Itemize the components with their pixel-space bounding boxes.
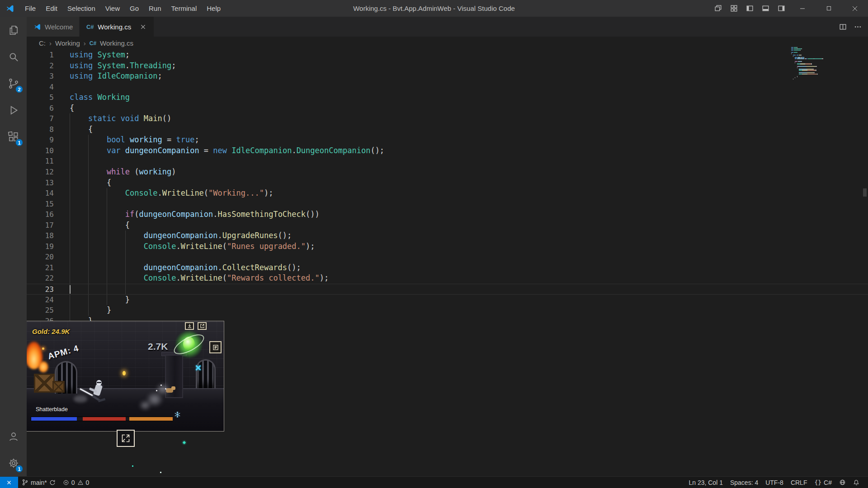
pip-save-button[interactable] xyxy=(185,322,194,330)
close-tab-button[interactable] xyxy=(138,22,147,31)
menu-edit[interactable]: Edit xyxy=(41,0,62,17)
breadcrumb-folder[interactable]: Working xyxy=(55,39,80,47)
code-line[interactable]: 13 { xyxy=(27,178,868,188)
indent-guide xyxy=(70,305,70,316)
line-number: 19 xyxy=(27,241,54,252)
breadcrumb-drive[interactable]: C: xyxy=(39,39,46,47)
bone-particle xyxy=(156,390,157,391)
line-text: } xyxy=(54,295,868,305)
minimize-button[interactable] xyxy=(789,0,816,17)
code-line[interactable]: 5class Working xyxy=(27,92,868,103)
line-text: Console.WriteLine("Rewards collected."); xyxy=(54,273,868,284)
activity-explorer[interactable] xyxy=(0,17,27,43)
activity-settings[interactable]: 1 xyxy=(0,450,27,476)
menu-view[interactable]: View xyxy=(100,0,125,17)
indent-guide xyxy=(70,199,70,210)
feedback-status[interactable] xyxy=(835,477,849,488)
menu-go[interactable]: Go xyxy=(125,0,144,17)
language-mode[interactable]: {} C# xyxy=(811,477,835,488)
indent-guide xyxy=(70,241,70,252)
code-line[interactable]: 4 xyxy=(27,82,868,93)
tabbar-actions xyxy=(839,17,868,37)
code-line[interactable]: 3using IdleCompanion; xyxy=(27,71,868,82)
problems-status[interactable]: 0 0 xyxy=(59,477,93,488)
indent-guide xyxy=(88,230,89,241)
code-line[interactable]: 7 static void Main() xyxy=(27,113,868,124)
indent-guide xyxy=(107,230,107,241)
indent-guide xyxy=(70,263,70,273)
indent-guide xyxy=(107,241,107,252)
sparkle-particle xyxy=(160,472,161,473)
code-line[interactable]: 8 { xyxy=(27,124,868,135)
code-line[interactable]: 11 xyxy=(27,156,868,167)
maximize-button[interactable] xyxy=(816,0,842,17)
tab-working-cs[interactable]: C#Working.cs xyxy=(80,17,154,37)
line-text: var dungeonCompanion = new IdleCompanion… xyxy=(54,145,868,156)
game-overlay[interactable]: 2.7K Gold: 24.9K APM: 4 xyxy=(26,321,224,432)
notifications-status[interactable] xyxy=(849,477,863,488)
activity-search[interactable] xyxy=(0,43,27,70)
code-line[interactable]: 1using System; xyxy=(27,50,868,61)
cursor-position[interactable]: Ln 23, Col 1 xyxy=(685,477,726,488)
indent-guide xyxy=(125,284,126,294)
indentation-status[interactable]: Spaces: 4 xyxy=(726,477,762,488)
vscode-logo-icon[interactable] xyxy=(0,0,20,17)
minimap[interactable] xyxy=(791,47,825,80)
code-line[interactable]: 18 dungeonCompanion.UpgradeRunes(); xyxy=(27,230,868,241)
code-line[interactable]: 24 } xyxy=(27,295,868,305)
encoding-status[interactable]: UTF-8 xyxy=(762,477,787,488)
menu-run[interactable]: Run xyxy=(144,0,166,17)
breadcrumb-file[interactable]: Working.cs xyxy=(100,39,133,47)
errors-icon xyxy=(63,479,69,486)
indent-guide xyxy=(107,252,107,263)
code-line[interactable]: 14 Console.WriteLine("Working..."); xyxy=(27,188,868,199)
notes-button[interactable] xyxy=(209,341,222,353)
code-line[interactable]: 20 xyxy=(27,252,868,263)
toggle-secondary-sidebar-icon[interactable] xyxy=(774,0,789,17)
menu-file[interactable]: File xyxy=(20,0,41,17)
toggle-panel-icon[interactable] xyxy=(758,0,774,17)
eol-status[interactable]: CRLF xyxy=(787,477,811,488)
code-line[interactable]: 6{ xyxy=(27,103,868,114)
health-segment xyxy=(83,417,126,421)
line-number: 11 xyxy=(27,156,54,167)
csharp-file-icon: C# xyxy=(90,40,96,47)
menu-terminal[interactable]: Terminal xyxy=(166,0,202,17)
code-line[interactable]: 19 Console.WriteLine("Runes upgraded."); xyxy=(27,241,868,252)
branch-status[interactable]: main* xyxy=(18,477,59,488)
menu-selection[interactable]: Selection xyxy=(62,0,100,17)
tab-welcome[interactable]: Welcome xyxy=(27,17,80,37)
tab-label: Working.cs xyxy=(98,23,131,31)
code-line[interactable]: 22 Console.WriteLine("Rewards collected.… xyxy=(27,273,868,284)
code-line[interactable]: 25 } xyxy=(27,305,868,316)
activity-run-debug[interactable] xyxy=(0,97,27,123)
code-line[interactable]: 9 bool working = true; xyxy=(27,135,868,145)
scrollbar-slider[interactable] xyxy=(863,188,867,197)
indent-guide xyxy=(88,305,89,316)
menu-help[interactable]: Help xyxy=(202,0,226,17)
more-actions-icon[interactable] xyxy=(854,23,862,31)
code-line[interactable]: 12 while (working) xyxy=(27,167,868,178)
customize-layout-icon[interactable] xyxy=(726,0,742,17)
pip-popout-button[interactable] xyxy=(198,322,207,330)
line-text: { xyxy=(54,220,868,231)
activity-accounts[interactable] xyxy=(0,423,27,450)
toggle-sidebar-icon[interactable] xyxy=(742,0,758,17)
split-editor-icon[interactable] xyxy=(839,23,847,31)
code-line[interactable]: 10 var dungeonCompanion = new IdleCompan… xyxy=(27,145,868,156)
code-line[interactable]: 23 xyxy=(27,284,868,295)
code-line[interactable]: 16 if(dungeonCompanion.HasSomethingToChe… xyxy=(27,209,868,220)
accounts-icon xyxy=(8,431,19,442)
activity-extensions[interactable]: 1 xyxy=(0,123,27,150)
indent-guide xyxy=(125,252,126,263)
remote-indicator[interactable] xyxy=(0,477,18,488)
activity-source-control[interactable]: 2 xyxy=(0,70,27,97)
code-line[interactable]: 15 xyxy=(27,199,868,210)
code-line[interactable]: 17 { xyxy=(27,220,868,231)
close-window-button[interactable] xyxy=(842,0,868,17)
indent-guide xyxy=(88,209,89,220)
multiple-windows-icon[interactable] xyxy=(710,0,726,17)
expand-game-button[interactable] xyxy=(117,430,135,447)
code-line[interactable]: 21 dungeonCompanion.CollectRewards(); xyxy=(27,263,868,273)
code-line[interactable]: 2using System.Threading; xyxy=(27,61,868,71)
